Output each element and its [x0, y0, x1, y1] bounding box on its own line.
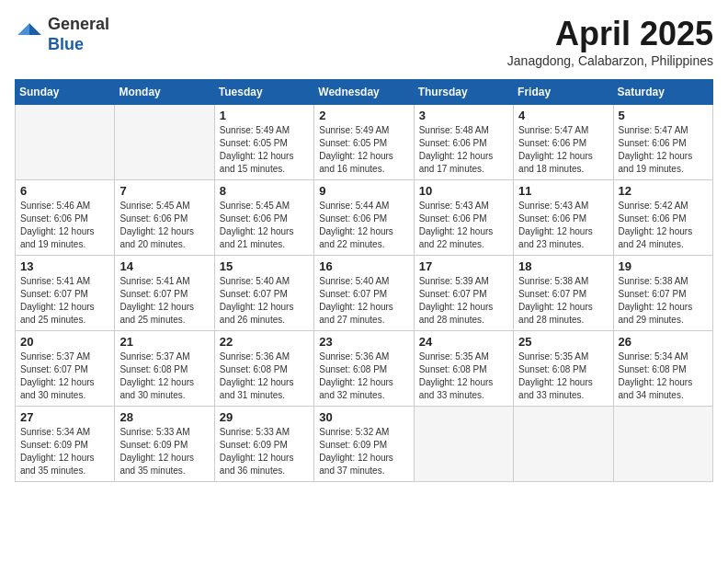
calendar-cell: 14 Sunrise: 5:41 AM Sunset: 6:07 PM Dayl…: [115, 256, 214, 331]
calendar-cell: [115, 105, 214, 180]
day-detail: Sunrise: 5:43 AM Sunset: 6:06 PM Dayligh…: [518, 200, 608, 251]
calendar-cell: 30 Sunrise: 5:32 AM Sunset: 6:09 PM Dayl…: [314, 407, 414, 482]
day-detail: Sunrise: 5:38 AM Sunset: 6:07 PM Dayligh…: [619, 275, 708, 327]
day-number: 1: [220, 109, 309, 122]
calendar-cell: 29 Sunrise: 5:33 AM Sunset: 6:09 PM Dayl…: [214, 407, 313, 482]
calendar-cell: 23 Sunrise: 5:36 AM Sunset: 6:08 PM Dayl…: [314, 331, 414, 407]
title-block: April 2025 Janagdong, Calabarzon, Philip…: [507, 15, 713, 68]
day-number: 16: [319, 259, 408, 273]
day-detail: Sunrise: 5:48 AM Sunset: 6:06 PM Dayligh…: [419, 124, 508, 176]
calendar-cell: 20 Sunrise: 5:37 AM Sunset: 6:07 PM Dayl…: [16, 331, 115, 407]
calendar-cell: 15 Sunrise: 5:40 AM Sunset: 6:07 PM Dayl…: [214, 256, 313, 331]
day-detail: Sunrise: 5:36 AM Sunset: 6:08 PM Dayligh…: [220, 350, 309, 402]
calendar-cell: 13 Sunrise: 5:41 AM Sunset: 6:07 PM Dayl…: [16, 256, 115, 331]
calendar-cell: 7 Sunrise: 5:45 AM Sunset: 6:06 PM Dayli…: [115, 180, 214, 256]
header-wednesday: Wednesday: [314, 80, 414, 105]
svg-marker-0: [29, 23, 41, 35]
day-number: 8: [220, 184, 309, 198]
logo-general-text: General: [48, 15, 109, 35]
day-number: 5: [619, 109, 708, 122]
header-tuesday: Tuesday: [214, 80, 313, 105]
day-detail: Sunrise: 5:33 AM Sunset: 6:09 PM Dayligh…: [220, 426, 309, 477]
day-detail: Sunrise: 5:43 AM Sunset: 6:06 PM Dayligh…: [419, 200, 508, 251]
day-detail: Sunrise: 5:34 AM Sunset: 6:08 PM Dayligh…: [619, 350, 708, 402]
calendar-week-2: 13 Sunrise: 5:41 AM Sunset: 6:07 PM Dayl…: [16, 256, 713, 331]
day-detail: Sunrise: 5:36 AM Sunset: 6:08 PM Dayligh…: [319, 350, 408, 402]
day-number: 10: [419, 184, 508, 198]
day-detail: Sunrise: 5:35 AM Sunset: 6:08 PM Dayligh…: [419, 350, 508, 402]
day-number: 17: [419, 259, 508, 273]
logo: General Blue: [15, 15, 109, 54]
day-detail: Sunrise: 5:40 AM Sunset: 6:07 PM Dayligh…: [319, 275, 408, 327]
calendar-cell: 21 Sunrise: 5:37 AM Sunset: 6:08 PM Dayl…: [115, 331, 214, 407]
day-number: 23: [319, 335, 408, 349]
calendar-cell: 25 Sunrise: 5:35 AM Sunset: 6:08 PM Dayl…: [514, 331, 613, 407]
day-number: 27: [20, 410, 109, 424]
day-detail: Sunrise: 5:33 AM Sunset: 6:09 PM Dayligh…: [119, 426, 209, 477]
day-number: 19: [619, 259, 708, 273]
day-detail: Sunrise: 5:45 AM Sunset: 6:06 PM Dayligh…: [220, 200, 309, 251]
calendar-cell: 28 Sunrise: 5:33 AM Sunset: 6:09 PM Dayl…: [115, 407, 214, 482]
month-title: April 2025: [507, 15, 713, 53]
day-detail: Sunrise: 5:38 AM Sunset: 6:07 PM Dayligh…: [518, 275, 608, 327]
day-detail: Sunrise: 5:37 AM Sunset: 6:08 PM Dayligh…: [119, 350, 209, 402]
day-number: 4: [518, 109, 608, 122]
day-detail: Sunrise: 5:49 AM Sunset: 6:05 PM Dayligh…: [319, 124, 408, 176]
calendar-cell: [414, 407, 513, 482]
day-number: 6: [20, 184, 109, 198]
day-number: 21: [119, 335, 209, 349]
calendar-cell: 10 Sunrise: 5:43 AM Sunset: 6:06 PM Dayl…: [414, 180, 513, 256]
day-detail: Sunrise: 5:39 AM Sunset: 6:07 PM Dayligh…: [419, 275, 508, 327]
calendar-cell: 8 Sunrise: 5:45 AM Sunset: 6:06 PM Dayli…: [214, 180, 313, 256]
calendar-cell: 24 Sunrise: 5:35 AM Sunset: 6:08 PM Dayl…: [414, 331, 513, 407]
svg-marker-1: [17, 23, 29, 35]
day-number: 7: [119, 184, 209, 198]
day-detail: Sunrise: 5:40 AM Sunset: 6:07 PM Dayligh…: [220, 275, 309, 327]
calendar-cell: 18 Sunrise: 5:38 AM Sunset: 6:07 PM Dayl…: [514, 256, 613, 331]
calendar-cell: 2 Sunrise: 5:49 AM Sunset: 6:05 PM Dayli…: [314, 105, 414, 180]
day-detail: Sunrise: 5:47 AM Sunset: 6:06 PM Dayligh…: [619, 124, 708, 176]
day-detail: Sunrise: 5:37 AM Sunset: 6:07 PM Dayligh…: [20, 350, 109, 402]
day-number: 13: [20, 259, 109, 273]
day-number: 29: [220, 410, 309, 424]
calendar-week-3: 20 Sunrise: 5:37 AM Sunset: 6:07 PM Dayl…: [16, 331, 713, 407]
day-number: 12: [619, 184, 708, 198]
calendar-cell: 9 Sunrise: 5:44 AM Sunset: 6:06 PM Dayli…: [314, 180, 414, 256]
calendar-cell: 22 Sunrise: 5:36 AM Sunset: 6:08 PM Dayl…: [214, 331, 313, 407]
calendar-cell: 11 Sunrise: 5:43 AM Sunset: 6:06 PM Dayl…: [514, 180, 613, 256]
day-number: 14: [119, 259, 209, 273]
calendar-cell: 6 Sunrise: 5:46 AM Sunset: 6:06 PM Dayli…: [16, 180, 115, 256]
calendar-week-0: 1 Sunrise: 5:49 AM Sunset: 6:05 PM Dayli…: [16, 105, 713, 180]
calendar-cell: [16, 105, 115, 180]
day-number: 22: [220, 335, 309, 349]
calendar-week-4: 27 Sunrise: 5:34 AM Sunset: 6:09 PM Dayl…: [16, 407, 713, 482]
calendar-cell: 4 Sunrise: 5:47 AM Sunset: 6:06 PM Dayli…: [514, 105, 613, 180]
calendar-cell: 1 Sunrise: 5:49 AM Sunset: 6:05 PM Dayli…: [214, 105, 313, 180]
day-detail: Sunrise: 5:34 AM Sunset: 6:09 PM Dayligh…: [20, 426, 109, 477]
logo-blue-text: Blue: [48, 35, 109, 55]
day-detail: Sunrise: 5:42 AM Sunset: 6:06 PM Dayligh…: [619, 200, 708, 251]
day-detail: Sunrise: 5:46 AM Sunset: 6:06 PM Dayligh…: [20, 200, 109, 251]
day-detail: Sunrise: 5:41 AM Sunset: 6:07 PM Dayligh…: [119, 275, 209, 327]
day-number: 3: [419, 109, 508, 122]
calendar-cell: 5 Sunrise: 5:47 AM Sunset: 6:06 PM Dayli…: [613, 105, 712, 180]
day-number: 11: [518, 184, 608, 198]
day-detail: Sunrise: 5:44 AM Sunset: 6:06 PM Dayligh…: [319, 200, 408, 251]
calendar-week-1: 6 Sunrise: 5:46 AM Sunset: 6:06 PM Dayli…: [16, 180, 713, 256]
page-header: General Blue April 2025 Janagdong, Calab…: [15, 15, 713, 68]
header-friday: Friday: [514, 80, 613, 105]
calendar-cell: 3 Sunrise: 5:48 AM Sunset: 6:06 PM Dayli…: [414, 105, 513, 180]
calendar-cell: 27 Sunrise: 5:34 AM Sunset: 6:09 PM Dayl…: [16, 407, 115, 482]
day-detail: Sunrise: 5:45 AM Sunset: 6:06 PM Dayligh…: [119, 200, 209, 251]
header-monday: Monday: [115, 80, 214, 105]
day-number: 9: [319, 184, 408, 198]
calendar-cell: 12 Sunrise: 5:42 AM Sunset: 6:06 PM Dayl…: [613, 180, 712, 256]
logo-icon: [15, 20, 44, 50]
calendar-header-row: Sunday Monday Tuesday Wednesday Thursday…: [16, 80, 713, 105]
day-number: 28: [119, 410, 209, 424]
header-thursday: Thursday: [414, 80, 513, 105]
calendar-cell: 16 Sunrise: 5:40 AM Sunset: 6:07 PM Dayl…: [314, 256, 414, 331]
calendar-cell: 19 Sunrise: 5:38 AM Sunset: 6:07 PM Dayl…: [613, 256, 712, 331]
day-number: 26: [619, 335, 708, 349]
day-number: 25: [518, 335, 608, 349]
